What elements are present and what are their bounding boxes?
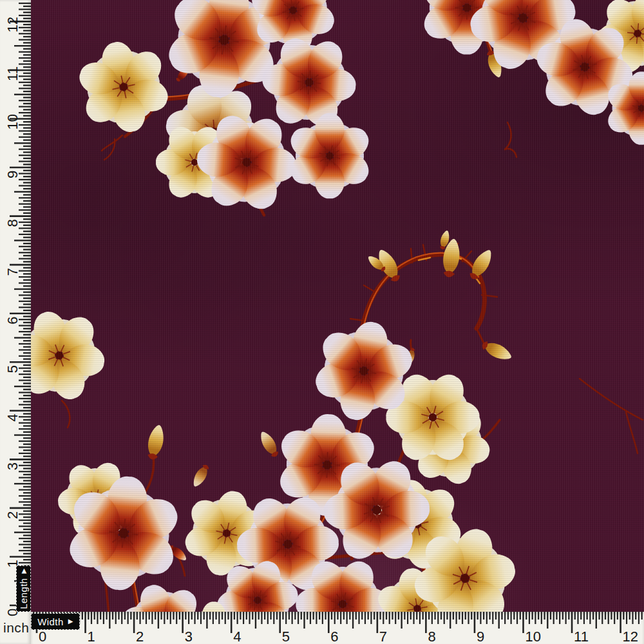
ruler-number: 12: [5, 17, 21, 32]
ruler-number: 5: [5, 365, 21, 373]
length-badge-label: Length: [18, 578, 29, 609]
ruler-number: 10: [5, 114, 21, 129]
ruler-number: 1: [88, 629, 95, 644]
unit-label: inch: [3, 620, 31, 636]
ruler-number: 3: [185, 629, 193, 644]
length-badge: Length ▶: [16, 565, 31, 612]
length-arrow-icon: ▶: [21, 568, 27, 573]
ruler-number: 11: [5, 66, 21, 81]
flower-left-middle: [31, 296, 119, 414]
ruler-number: 6: [330, 629, 338, 644]
ruler-number: 7: [5, 268, 21, 276]
width-badge: Width ▶: [31, 613, 80, 630]
ruler-number: 9: [477, 629, 484, 644]
fabric-measurement-photo: 0123456789101112 0123456789101112 inch L…: [0, 0, 644, 644]
flower-cluster-top-left: [68, 0, 389, 229]
ruler-number: 6: [5, 316, 21, 324]
ruler-left: 0123456789101112: [0, 0, 31, 644]
ruler-bottom-svg: 0123456789101112: [31, 612, 644, 644]
ruler-number: 3: [5, 462, 21, 470]
ruler-number: 2: [136, 629, 144, 644]
ruler-number: 7: [379, 629, 387, 644]
ruler-number: 9: [5, 171, 21, 178]
ruler-number: 10: [526, 629, 541, 644]
ruler-bottom: 0123456789101112: [31, 612, 644, 644]
ruler-number: 2: [5, 511, 21, 519]
ruler-number: 12: [623, 629, 638, 644]
width-badge-label: Width: [37, 616, 63, 627]
ruler-number: 5: [282, 629, 290, 644]
ruler-left-svg: 0123456789101112: [0, 0, 31, 644]
ruler-number: 11: [574, 629, 589, 644]
width-arrow-icon: ▶: [68, 618, 73, 625]
ruler-number: 8: [428, 629, 435, 644]
ruler-number: 4: [5, 414, 21, 422]
floral-print-svg: [31, 0, 644, 612]
ruler-number: 8: [5, 219, 21, 227]
ruler-number: 4: [233, 629, 241, 644]
ruler-number: 0: [39, 629, 46, 644]
flower-cluster-top-right: [419, 0, 644, 159]
fabric-swatch: [31, 0, 644, 612]
